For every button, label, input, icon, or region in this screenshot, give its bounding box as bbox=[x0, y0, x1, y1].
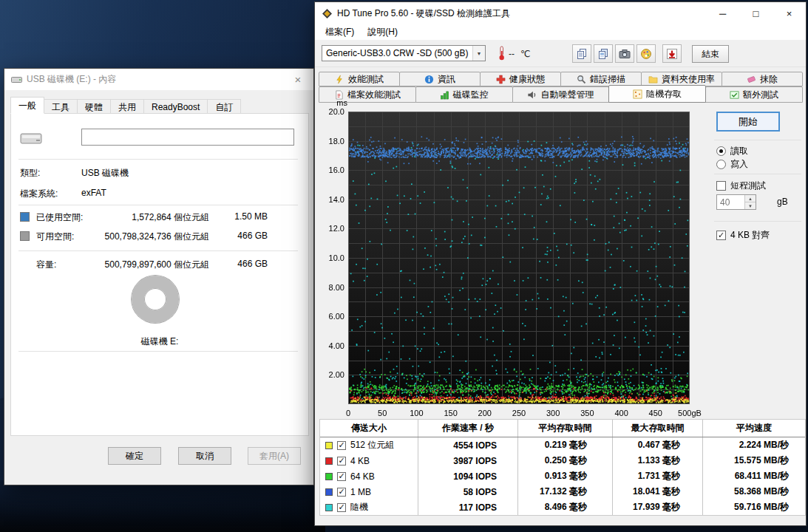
tab-extra-tests[interactable]: 額外測試 bbox=[705, 86, 803, 103]
tab-general[interactable]: 一般 bbox=[10, 97, 44, 114]
separator bbox=[714, 140, 801, 140]
row-checkbox[interactable]: ✓ bbox=[337, 441, 346, 450]
row-checkbox[interactable]: ✓ bbox=[337, 472, 346, 481]
cancel-button[interactable]: 取消 bbox=[178, 447, 231, 465]
apply-button: 套用(A) bbox=[248, 447, 301, 465]
checkbox-indicator: ✓ bbox=[716, 231, 726, 240]
tab-disk-monitor[interactable]: 磁碟監控 bbox=[415, 86, 513, 103]
x-axis-tick-label: 50 bbox=[367, 409, 397, 417]
menubar: 檔案(F) 說明(H) bbox=[315, 24, 806, 40]
tab-readyboost[interactable]: ReadyBoost bbox=[143, 99, 208, 114]
dialog-tab-strip: 一般 工具 硬體 共用 ReadyBoost 自訂 bbox=[10, 97, 240, 114]
close-icon[interactable]: × bbox=[282, 69, 313, 90]
camera-icon bbox=[619, 48, 631, 60]
hdtune-window: HD Tune Pro 5.60 - 硬碟/SSD 檢測維護工具 ─ □ × 檔… bbox=[314, 1, 807, 526]
close-icon[interactable]: × bbox=[773, 2, 806, 24]
used-space-swatch bbox=[20, 212, 30, 222]
separator bbox=[18, 205, 298, 205]
screenshot-button[interactable] bbox=[615, 44, 634, 63]
info-icon bbox=[424, 75, 434, 84]
series-swatch bbox=[325, 457, 333, 465]
tab-customize[interactable]: 自訂 bbox=[207, 99, 241, 114]
used-space-row: 已使用空間: 1,572,864 個位元組 1.50 MB bbox=[11, 211, 308, 223]
used-space-size: 1.50 MB bbox=[212, 211, 268, 222]
copy-image-button[interactable] bbox=[594, 44, 613, 63]
usb-drive-icon bbox=[18, 127, 45, 150]
short-test-size-input[interactable] bbox=[717, 195, 744, 209]
usb-properties-dialog: USB 磁碟機 (E:) - 內容 × 一般 工具 硬體 共用 ReadyBoo… bbox=[4, 68, 314, 485]
chevron-down-icon[interactable]: ▼ bbox=[472, 46, 485, 61]
write-radio[interactable]: 寫入 bbox=[716, 158, 748, 171]
tab-aam[interactable]: 自動噪聲管理 bbox=[512, 86, 610, 103]
tab-erase[interactable]: 抹除 bbox=[722, 72, 803, 86]
row-checkbox[interactable]: ✓ bbox=[337, 503, 346, 512]
hdtune-app-icon bbox=[322, 8, 333, 19]
series-swatch bbox=[325, 504, 333, 511]
read-radio-label: 讀取 bbox=[730, 145, 748, 157]
radio-indicator bbox=[716, 146, 726, 156]
tab-label: 隨機存取 bbox=[646, 88, 682, 100]
minimize-icon[interactable]: ─ bbox=[706, 2, 739, 24]
row-checkbox[interactable]: ✓ bbox=[337, 457, 346, 466]
capacity-bytes: 500,799,897,600 個位元組 bbox=[100, 259, 209, 271]
spin-up-icon[interactable]: ▲ bbox=[745, 195, 756, 202]
tab-label: 資料夾使用率 bbox=[662, 73, 715, 86]
volume-label-input[interactable] bbox=[81, 129, 294, 146]
save-results-button[interactable] bbox=[662, 44, 682, 63]
ok-button[interactable]: 確定 bbox=[108, 447, 161, 465]
copy-text-button[interactable] bbox=[572, 44, 591, 63]
x-axis-tick-label: 250 bbox=[504, 409, 534, 417]
table-row: ✓ 1 MB 58 IOPS 17.132 毫秒 18.041 毫秒 58.36… bbox=[320, 484, 805, 499]
short-test-size-field: ▲ ▼ bbox=[716, 194, 756, 210]
tab-sharing[interactable]: 共用 bbox=[110, 99, 144, 114]
random-access-scatter-chart bbox=[348, 112, 690, 404]
row-iops: 117 IOPS bbox=[418, 499, 518, 515]
row-avg: 0.250 毫秒 bbox=[518, 453, 613, 468]
bar-chart-icon bbox=[440, 90, 449, 100]
row-checkbox[interactable]: ✓ bbox=[337, 488, 346, 497]
tab-benchmark[interactable]: 效能測試 bbox=[319, 72, 400, 86]
tab-folder-usage[interactable]: 資料夾使用率 bbox=[641, 72, 722, 86]
type-row: 類型: USB 磁碟機 bbox=[11, 167, 308, 179]
menu-file[interactable]: 檔案(F) bbox=[319, 24, 361, 40]
tab-label: 資訊 bbox=[438, 73, 455, 86]
row-speed: 58.368 MB/秒 bbox=[703, 484, 805, 499]
check-icon: ✓ bbox=[338, 441, 344, 449]
spin-down-icon[interactable]: ▼ bbox=[745, 202, 756, 209]
maximize-icon[interactable]: □ bbox=[739, 2, 773, 24]
start-button[interactable]: 開始 bbox=[716, 112, 780, 132]
separator bbox=[18, 351, 298, 352]
exit-button[interactable]: 結束 bbox=[692, 45, 729, 63]
tab-tools[interactable]: 工具 bbox=[44, 99, 78, 114]
short-test-unit-label: gB bbox=[777, 197, 788, 207]
read-radio[interactable]: 讀取 bbox=[716, 145, 748, 157]
series-swatch bbox=[325, 473, 333, 480]
download-icon bbox=[666, 48, 678, 60]
x-axis-tick-label: 400 bbox=[607, 409, 636, 417]
tab-file-benchmark[interactable]: 檔案效能測試 bbox=[319, 86, 416, 103]
palette-icon bbox=[640, 48, 652, 60]
filesystem-value: exFAT bbox=[81, 188, 106, 198]
short-test-checkbox[interactable]: ✓ 短程測試 bbox=[716, 180, 766, 192]
capacity-row: 容量: 500,799,897,600 個位元組 466 GB bbox=[11, 259, 308, 270]
capacity-size: 466 GB bbox=[212, 259, 268, 269]
align-checkbox[interactable]: ✓ 4 KB 對齊 bbox=[716, 229, 770, 242]
header-iops: 作業速率 / 秒 bbox=[418, 420, 518, 437]
tab-health[interactable]: 健康狀態 bbox=[480, 72, 561, 86]
menu-help[interactable]: 說明(H) bbox=[361, 24, 404, 40]
tab-label: 自動噪聲管理 bbox=[540, 89, 594, 101]
drive-caption: 磁碟機 E: bbox=[11, 335, 308, 348]
window-title: HD Tune Pro 5.60 - 硬碟/SSD 檢測維護工具 bbox=[337, 7, 510, 20]
free-space-row: 可用空間: 500,798,324,736 個位元組 466 GB bbox=[11, 231, 308, 242]
extra-tests-icon bbox=[730, 90, 739, 100]
tab-hardware[interactable]: 硬體 bbox=[77, 99, 111, 114]
tab-label: 健康狀態 bbox=[509, 73, 545, 86]
drive-select-dropdown[interactable]: Generic-USB3.0 CRW -SD (500 gB) ▼ bbox=[322, 45, 486, 61]
separator bbox=[18, 159, 298, 160]
options-button[interactable] bbox=[636, 44, 656, 63]
tab-error-scan[interactable]: 錯誤掃描 bbox=[560, 72, 642, 86]
y-axis-tick-label: 20.0 bbox=[315, 107, 344, 116]
check-icon: ✓ bbox=[338, 457, 344, 465]
tab-info[interactable]: 資訊 bbox=[399, 72, 481, 86]
tab-random-access[interactable]: 隨機存取 bbox=[608, 85, 706, 103]
